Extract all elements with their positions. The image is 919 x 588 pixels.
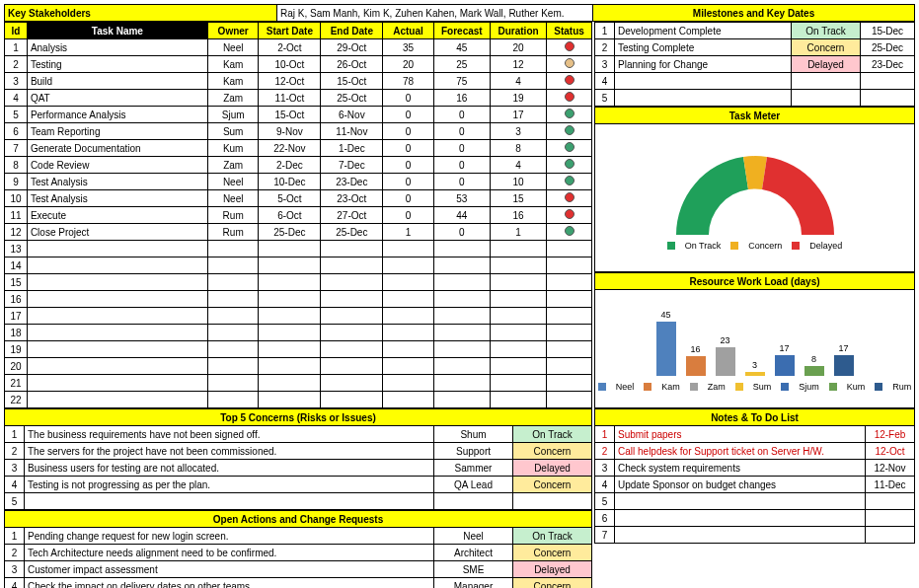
status-icon — [565, 75, 574, 85]
table-row[interactable]: 11 Execute Rum 6-Oct 27-Oct 0 44 16 — [5, 207, 592, 224]
legend-swatch — [829, 383, 837, 391]
gauge-icon — [656, 146, 854, 235]
notes-title: Notes & To Do List — [595, 409, 915, 426]
bar: 3 — [745, 360, 765, 376]
concerns-table: Top 5 Concerns (Risks or Issues) 1 The b… — [4, 408, 592, 510]
table-row[interactable]: 6 — [595, 510, 915, 527]
col-actual: Actual — [383, 23, 433, 39]
actions-table: Open Actions and Change Requests 1 Pendi… — [4, 510, 592, 588]
table-row[interactable]: 15 — [5, 274, 592, 291]
status-cell: Concern — [513, 477, 592, 493]
legend-swatch — [598, 383, 606, 391]
legend-swatch — [735, 383, 743, 391]
status-cell: On Track — [792, 23, 861, 39]
table-row[interactable]: 2 Testing Kam 10-Oct 26-Oct 20 25 12 — [5, 56, 592, 73]
table-row[interactable]: 2 Testing Complete Concern 25-Dec — [595, 39, 915, 56]
concerns-title: Top 5 Concerns (Risks or Issues) — [5, 409, 592, 426]
table-row[interactable]: 2 Tech Architecture needs alignment need… — [5, 545, 592, 561]
col-duration: Duration — [490, 23, 546, 39]
status-icon — [565, 159, 574, 169]
bar: 16 — [686, 344, 706, 376]
table-row[interactable]: 3 Planning for Change Delayed 23-Dec — [595, 56, 915, 73]
milestone-table: 1 Development Complete On Track 15-Dec 2… — [594, 22, 915, 107]
table-row[interactable]: 4 — [595, 73, 915, 90]
legend-swatch — [875, 383, 882, 391]
status-cell: Concern — [513, 578, 592, 589]
table-row[interactable]: 19 — [5, 341, 592, 358]
table-row[interactable]: 4 QAT Zam 11-Oct 25-Oct 0 16 19 — [5, 90, 592, 107]
legend-ontrack: On Track — [685, 241, 722, 251]
status-icon — [565, 192, 574, 202]
table-row[interactable]: 5 — [595, 90, 915, 107]
table-row[interactable]: 20 — [5, 358, 592, 375]
table-row[interactable]: 18 — [5, 325, 592, 341]
legend-swatch — [644, 383, 651, 391]
status-cell: On Track — [513, 528, 592, 545]
status-cell: Delayed — [513, 460, 592, 477]
col-name: Task Name — [27, 23, 207, 39]
table-row[interactable]: 1 The business requirements have not bee… — [5, 426, 592, 443]
table-row[interactable]: 21 — [5, 375, 592, 392]
status-icon — [565, 125, 574, 135]
legend-swatch — [781, 383, 789, 391]
status-cell — [792, 73, 861, 90]
table-row[interactable]: 3 Build Kam 12-Oct 15-Oct 78 75 4 — [5, 73, 592, 90]
table-row[interactable]: 8 Code Review Zam 2-Dec 7-Dec 0 0 4 — [5, 157, 592, 174]
status-cell — [792, 90, 861, 107]
task-meter-chart: On Track Concern Delayed — [594, 124, 915, 272]
status-icon — [565, 176, 574, 185]
table-row[interactable]: 17 — [5, 308, 592, 325]
table-row[interactable]: 4 Check the impact on delivery dates on … — [5, 578, 592, 589]
status-cell: Delayed — [513, 561, 592, 578]
actions-title: Open Actions and Change Requests — [5, 511, 592, 528]
status-icon — [565, 41, 574, 51]
table-row[interactable]: 14 — [5, 257, 592, 274]
table-row[interactable]: 2 Call helpdesk for Support ticket on Se… — [595, 443, 915, 460]
col-forecast: Forecast — [433, 23, 490, 39]
table-row[interactable]: 6 Team Reporting Sum 9-Nov 11-Nov 0 0 3 — [5, 123, 592, 140]
table-row[interactable]: 7 — [595, 527, 915, 544]
table-row[interactable]: 1 Submit papers 12-Feb — [595, 426, 915, 443]
notes-table: Notes & To Do List 1 Submit papers 12-Fe… — [594, 408, 915, 544]
table-row[interactable]: 22 — [5, 392, 592, 408]
table-row[interactable]: 9 Test Analysis Neel 10-Dec 23-Dec 0 0 1… — [5, 174, 592, 190]
status-cell: On Track — [513, 426, 592, 443]
workload-chart: 451623317817 NeelKamZamSumSjumKumRum — [594, 290, 915, 408]
bar: 8 — [804, 354, 824, 376]
status-icon — [565, 209, 574, 219]
table-row[interactable]: 16 — [5, 291, 592, 308]
col-id: Id — [5, 23, 28, 39]
table-row[interactable]: 4 Testing is not progressing as per the … — [5, 477, 592, 493]
table-row[interactable]: 1 Pending change request for new login s… — [5, 528, 592, 545]
status-cell: Delayed — [792, 56, 861, 73]
col-end: End Date — [321, 23, 383, 39]
legend-delayed: Delayed — [809, 241, 842, 251]
table-row[interactable]: 12 Close Project Rum 25-Dec 25-Dec 1 0 1 — [5, 224, 592, 241]
col-owner: Owner — [207, 23, 258, 39]
table-row[interactable]: 5 — [5, 493, 592, 510]
status-icon — [565, 226, 574, 236]
table-row[interactable]: 5 — [595, 493, 915, 510]
task-meter-title: Task Meter — [595, 108, 915, 124]
table-row[interactable]: 1 Analysis Neel 2-Oct 29-Oct 35 45 20 — [5, 39, 592, 56]
status-cell: Concern — [513, 545, 592, 561]
status-icon — [565, 109, 574, 118]
table-row[interactable]: 4 Update Sponsor on budget changes 11-De… — [595, 477, 915, 493]
workload-title: Resource Work Load (days) — [595, 273, 915, 290]
table-row[interactable]: 3 Business users for testing are not all… — [5, 460, 592, 477]
table-row[interactable]: 2 The servers for the project have not b… — [5, 443, 592, 460]
col-start: Start Date — [259, 23, 321, 39]
table-row[interactable]: 13 — [5, 241, 592, 257]
status-icon — [565, 142, 574, 152]
milestones-title: Milestones and Key Dates — [593, 5, 915, 22]
table-row[interactable]: 10 Test Analysis Neel 5-Oct 23-Oct 0 53 … — [5, 190, 592, 207]
stakeholders-label: Key Stakeholders — [5, 5, 277, 22]
table-row[interactable]: 5 Performance Analysis Sjum 15-Oct 6-Nov… — [5, 107, 592, 123]
workload-legend: NeelKamZamSumSjumKumRum — [598, 382, 912, 392]
table-row[interactable]: 3 Check system requirements 12-Nov — [595, 460, 915, 477]
table-row[interactable]: 7 Generate Documentation Kum 22-Nov 1-De… — [5, 140, 592, 157]
status-cell — [513, 493, 592, 510]
bar: 45 — [656, 310, 676, 376]
table-row[interactable]: 3 Customer impact assessment SME Delayed — [5, 561, 592, 578]
table-row[interactable]: 1 Development Complete On Track 15-Dec — [595, 23, 915, 39]
